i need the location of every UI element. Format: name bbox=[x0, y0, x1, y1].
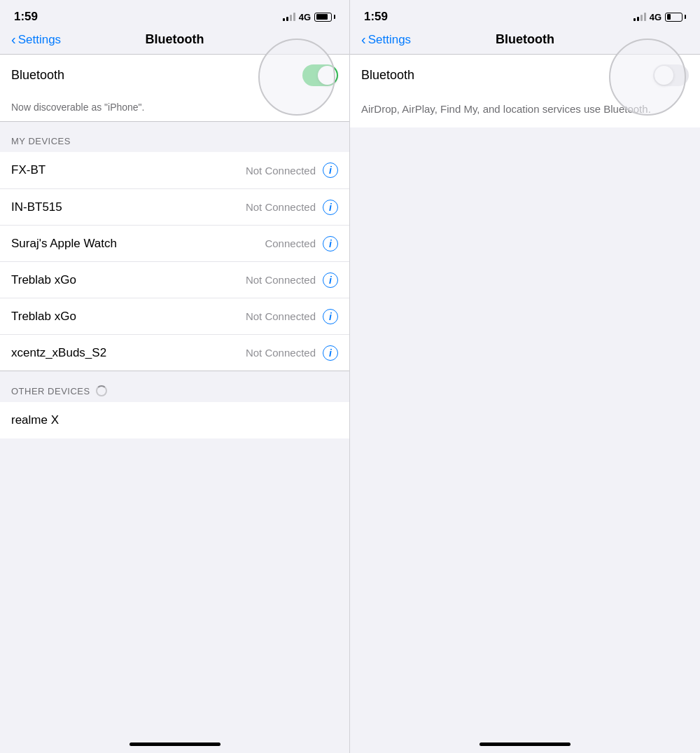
right-toggle-highlight bbox=[609, 39, 686, 116]
right-chevron-icon: ‹ bbox=[361, 32, 366, 48]
right-status-icons: 4G bbox=[634, 12, 686, 22]
info-icon-apple-watch[interactable]: i bbox=[323, 236, 338, 251]
left-scanning-spinner bbox=[96, 385, 107, 396]
device-row-in-bt515: IN-BT515 Not Connected i bbox=[0, 188, 349, 225]
left-other-devices-label: OTHER DEVICES bbox=[11, 386, 90, 396]
left-status-icons: 4G bbox=[283, 12, 335, 22]
right-battery-body bbox=[665, 13, 682, 22]
device-row-treblab-1: Treblab xGo Not Connected i bbox=[0, 261, 349, 298]
device-name-in-bt515: IN-BT515 bbox=[11, 200, 62, 214]
left-battery-tip bbox=[334, 15, 335, 19]
left-other-device-list: realme X bbox=[0, 402, 349, 438]
info-icon-fx-bt[interactable]: i bbox=[323, 163, 338, 178]
device-row-fx-bt: FX-BT Not Connected i bbox=[0, 152, 349, 188]
right-network: 4G bbox=[650, 12, 662, 22]
info-icon-treblab-2[interactable]: i bbox=[323, 309, 338, 324]
left-status-bar: 1:59 4G bbox=[0, 0, 349, 28]
right-signal-bar-4 bbox=[644, 13, 646, 21]
right-phone-panel: 1:59 4G ‹ Settings Bluetooth bbox=[350, 0, 700, 753]
left-network: 4G bbox=[299, 12, 311, 22]
right-back-label: Settings bbox=[368, 33, 411, 47]
right-battery-fill bbox=[667, 14, 671, 20]
info-icon-in-bt515[interactable]: i bbox=[323, 200, 338, 215]
device-row-apple-watch: Suraj's Apple Watch Connected i bbox=[0, 225, 349, 261]
device-status-fx-bt: Not Connected bbox=[246, 165, 316, 177]
device-name-realme: realme X bbox=[11, 413, 59, 427]
left-toggle-label: Bluetooth bbox=[11, 68, 64, 83]
right-battery-tip bbox=[685, 15, 686, 19]
device-name-treblab-2: Treblab xGo bbox=[11, 310, 76, 324]
device-right-treblab-2: Not Connected i bbox=[246, 309, 338, 324]
left-battery bbox=[314, 13, 335, 22]
left-time: 1:59 bbox=[14, 10, 38, 24]
right-toggle-label: Bluetooth bbox=[361, 68, 414, 83]
right-battery bbox=[665, 13, 686, 22]
right-home-indicator bbox=[479, 742, 570, 746]
device-right-xcentz: Not Connected i bbox=[246, 345, 338, 361]
right-back-button[interactable]: ‹ Settings bbox=[361, 32, 411, 48]
signal-bar-4 bbox=[293, 13, 295, 21]
left-my-devices-header: MY DEVICES bbox=[0, 122, 349, 152]
left-battery-body bbox=[314, 13, 332, 22]
right-signal-bar-3 bbox=[640, 15, 643, 21]
info-icon-xcentz[interactable]: i bbox=[323, 345, 338, 361]
device-status-treblab-1: Not Connected bbox=[246, 274, 316, 286]
left-home-indicator bbox=[130, 742, 220, 746]
device-name-treblab-1: Treblab xGo bbox=[11, 273, 76, 287]
device-name-apple-watch: Suraj's Apple Watch bbox=[11, 237, 117, 251]
device-name-fx-bt: FX-BT bbox=[11, 163, 46, 177]
device-row-realme: realme X bbox=[0, 402, 349, 438]
right-nav-title: Bluetooth bbox=[496, 32, 554, 47]
device-right-apple-watch: Connected i bbox=[265, 236, 338, 251]
left-back-button[interactable]: ‹ Settings bbox=[11, 32, 61, 48]
left-battery-fill bbox=[316, 14, 328, 20]
device-right-treblab-1: Not Connected i bbox=[246, 272, 338, 288]
left-other-devices-header: OTHER DEVICES bbox=[0, 371, 349, 402]
left-phone-panel: 1:59 4G ‹ Settings Bluetooth bbox=[0, 0, 350, 753]
right-signal-bar-2 bbox=[637, 17, 639, 21]
signal-bar-1 bbox=[283, 18, 285, 21]
device-row-xcentz: xcentz_xBuds_S2 Not Connected i bbox=[0, 334, 349, 371]
info-icon-treblab-1[interactable]: i bbox=[323, 272, 338, 288]
left-device-list: FX-BT Not Connected i IN-BT515 Not Conne… bbox=[0, 152, 349, 371]
left-chevron-icon: ‹ bbox=[11, 32, 16, 48]
device-status-treblab-2: Not Connected bbox=[246, 310, 316, 322]
right-time: 1:59 bbox=[364, 10, 388, 24]
device-status-in-bt515: Not Connected bbox=[246, 201, 316, 213]
right-signal-bar-1 bbox=[634, 18, 636, 21]
signal-bar-3 bbox=[290, 15, 292, 21]
right-signal-bars bbox=[634, 13, 646, 21]
left-toggle-highlight bbox=[258, 39, 335, 116]
signal-bar-2 bbox=[286, 17, 288, 21]
device-status-apple-watch: Connected bbox=[265, 237, 316, 249]
right-status-bar: 1:59 4G bbox=[350, 0, 700, 28]
left-nav-title: Bluetooth bbox=[146, 32, 204, 47]
device-right-fx-bt: Not Connected i bbox=[246, 163, 338, 178]
device-row-treblab-2: Treblab xGo Not Connected i bbox=[0, 298, 349, 334]
device-right-in-bt515: Not Connected i bbox=[246, 200, 338, 215]
device-name-xcentz: xcentz_xBuds_S2 bbox=[11, 346, 106, 360]
left-back-label: Settings bbox=[18, 33, 61, 47]
left-signal-bars bbox=[283, 13, 295, 21]
device-status-xcentz: Not Connected bbox=[246, 347, 316, 359]
